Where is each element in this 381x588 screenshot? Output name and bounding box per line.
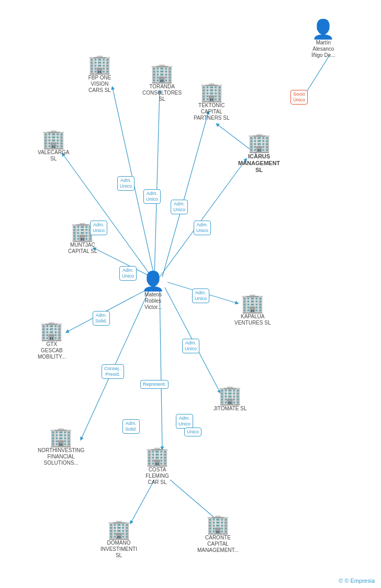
building-icon-toranda: 🏢 bbox=[150, 64, 174, 83]
svg-line-5 bbox=[63, 154, 152, 277]
badge-unico: Único bbox=[184, 428, 201, 436]
node-tektonic[interactable]: 🏢 TEKTONIC CAPITAL PARTNERS SL bbox=[194, 83, 230, 121]
label-costa: COSTA FLEMING CAR SL bbox=[145, 467, 169, 486]
building-icon-caronte: 🏢 bbox=[206, 515, 230, 534]
badge-consej: Consej..Presid. bbox=[102, 364, 124, 379]
person-icon-mateos: 👤 bbox=[141, 272, 165, 291]
badge-adm6: Adm.Unico bbox=[119, 266, 137, 281]
node-domano[interactable]: 🏢 DOMANO INVESTIMENTI SL bbox=[100, 520, 137, 559]
label-tektonic: TEKTONIC CAPITAL PARTNERS SL bbox=[194, 102, 230, 121]
label-jitomate: JITOMATE SL bbox=[214, 406, 247, 412]
badge-adm7: Adm.Unico bbox=[192, 289, 209, 303]
building-icon-gtx: 🏢 bbox=[40, 321, 63, 340]
badge-adm1: Adm.Unico bbox=[117, 176, 135, 191]
building-icon-jitomate: 🏢 bbox=[218, 386, 242, 405]
badge-admsolid2: Adm.Solid. bbox=[122, 419, 140, 434]
label-fbp: FBP ONE VISION CARS SL bbox=[88, 75, 111, 94]
watermark: © © Empresia bbox=[339, 578, 375, 584]
badge-adm5: Adm.Unico bbox=[90, 221, 107, 235]
person-icon-martin: 👤 bbox=[311, 20, 335, 39]
node-costa[interactable]: 🏢 COSTA FLEMING CAR SL bbox=[145, 447, 169, 486]
building-icon-icarus: 🏢 bbox=[248, 133, 271, 152]
node-kapalua[interactable]: 🏢 KAPALUA VENTURES SL bbox=[234, 294, 271, 326]
svg-line-0 bbox=[304, 55, 330, 97]
building-icon-northinvesting: 🏢 bbox=[49, 428, 73, 446]
badge-adm8: Adm.Unico bbox=[182, 339, 199, 353]
node-caronte[interactable]: 🏢 CARONTE CAPITAL MANAGEMENT... bbox=[197, 515, 239, 554]
node-northinvesting[interactable]: 🏢 NORTHINVESTING FINANCIAL SOLUTIONS... bbox=[38, 428, 84, 466]
label-toranda: TORANDA CONSULTORES SL bbox=[142, 84, 182, 102]
node-fbp[interactable]: 🏢 FBP ONE VISION CARS SL bbox=[88, 55, 111, 94]
badge-represent: Represent. bbox=[140, 380, 169, 389]
node-martin[interactable]: 👤 Martín Alesanco Íñigo De... bbox=[311, 20, 335, 59]
building-icon-valecarga: 🏢 bbox=[42, 130, 65, 148]
badge-socio: SocioÚnico bbox=[290, 90, 308, 105]
svg-line-3 bbox=[154, 91, 160, 277]
label-mateos: Mateos Robles Victor... bbox=[144, 292, 162, 310]
badge-adm3: Adm.Unico bbox=[171, 200, 188, 214]
svg-line-4 bbox=[162, 112, 208, 277]
svg-line-13 bbox=[131, 480, 154, 523]
badge-admsolid1: Adm.Solid. bbox=[93, 311, 110, 326]
svg-line-12 bbox=[160, 290, 162, 448]
svg-line-7 bbox=[160, 159, 246, 277]
label-valecarga: VALECARGA SL bbox=[38, 149, 69, 162]
node-icarus[interactable]: 🏢 ICARUS MANAGEMENT SL bbox=[238, 133, 280, 174]
building-icon-costa: 🏢 bbox=[145, 447, 169, 466]
node-valecarga[interactable]: 🏢 VALECARGA SL bbox=[38, 130, 69, 162]
badge-adm4: Adm.Unico bbox=[194, 221, 211, 235]
building-icon-tektonic: 🏢 bbox=[200, 83, 223, 101]
label-kapalua: KAPALUA VENTURES SL bbox=[234, 314, 271, 326]
building-icon-kapalua: 🏢 bbox=[241, 294, 264, 313]
node-mateos[interactable]: 👤 Mateos Robles Victor... bbox=[141, 272, 165, 310]
badge-adm9: Adm.Unico bbox=[176, 414, 193, 429]
label-domano: DOMANO INVESTIMENTI SL bbox=[100, 540, 137, 559]
label-icarus: ICARUS MANAGEMENT SL bbox=[238, 153, 280, 174]
connection-lines bbox=[0, 0, 381, 588]
building-icon-domano: 🏢 bbox=[107, 520, 131, 539]
label-northinvesting: NORTHINVESTING FINANCIAL SOLUTIONS... bbox=[38, 447, 84, 466]
node-gtx[interactable]: 🏢 GTX GESCAB MOBILITY... bbox=[38, 321, 66, 360]
label-gtx: GTX GESCAB MOBILITY... bbox=[38, 341, 66, 360]
node-toranda[interactable]: 🏢 TORANDA CONSULTORES SL bbox=[142, 64, 182, 102]
label-caronte: CARONTE CAPITAL MANAGEMENT... bbox=[197, 535, 239, 554]
building-icon-fbp: 🏢 bbox=[88, 55, 111, 74]
label-muntjac: MUNTJAC CAPITAL SL bbox=[68, 242, 97, 255]
badge-adm2: Adm.Unico bbox=[143, 189, 161, 204]
graph-container: 👤 Martín Alesanco Íñigo De... 🏢 ICARUS M… bbox=[0, 0, 381, 588]
node-jitomate[interactable]: 🏢 JITOMATE SL bbox=[214, 386, 247, 412]
label-martin: Martín Alesanco Íñigo De... bbox=[311, 40, 335, 59]
